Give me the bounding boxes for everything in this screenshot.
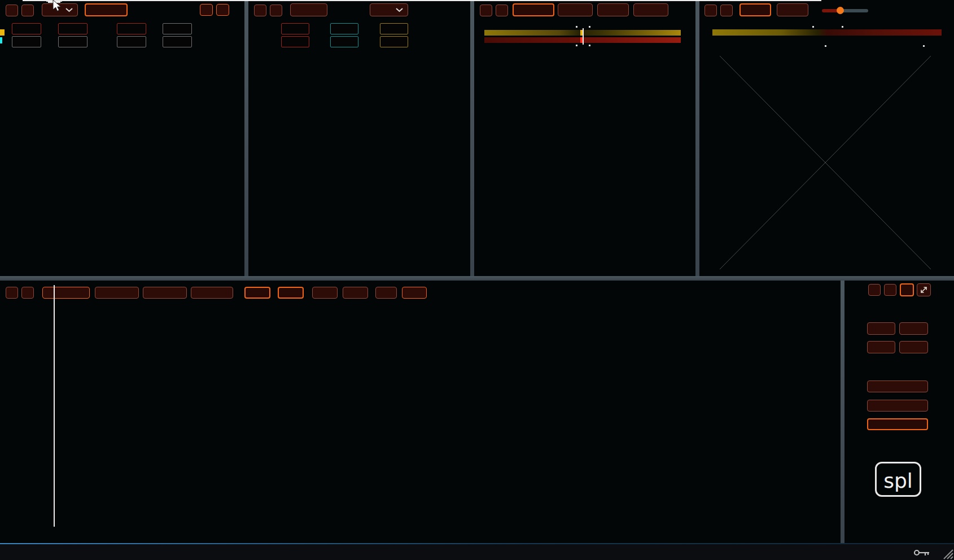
dc-dot (589, 45, 590, 46)
ml-lufs (330, 36, 358, 47)
pmr-lu (330, 23, 358, 34)
bits-freeze-button[interactable] (496, 5, 508, 16)
invert-tab[interactable] (633, 3, 668, 16)
pattern-tab[interactable] (513, 3, 554, 16)
solo-mid-button[interactable] (867, 341, 895, 353)
chevron-down-icon (65, 8, 73, 12)
levels-reset-button[interactable] (6, 5, 18, 16)
key-icon[interactable] (913, 549, 930, 557)
dc-center-line (583, 28, 584, 45)
side-reset-button[interactable] (868, 284, 881, 296)
resize-grip[interactable] (940, 544, 954, 560)
balance-marker (0, 29, 5, 36)
gonio-reset-button[interactable] (704, 5, 717, 16)
correlation-bar (712, 37, 942, 43)
dbtp-r (58, 36, 87, 47)
side-l-button[interactable] (900, 283, 914, 296)
plugin-alliance-icon[interactable] (23, 546, 54, 557)
transpose-button[interactable] (867, 400, 928, 412)
chevron-down-icon (396, 8, 403, 12)
dbtp-side (163, 36, 192, 47)
corr-dot (923, 45, 925, 47)
depth-tab[interactable] (597, 3, 629, 16)
isp-hold-r (58, 23, 87, 34)
hawkeye-window: spl (0, 0, 954, 560)
solo-left-button[interactable] (867, 322, 895, 335)
dc-dot (589, 26, 590, 28)
diagonal-arrows-icon (920, 286, 928, 294)
levels-right-button[interactable] (216, 4, 229, 16)
divider (0, 276, 954, 281)
collapse-view-button[interactable] (917, 283, 931, 296)
solo-side-button[interactable] (899, 341, 928, 353)
balance-dot (812, 26, 814, 28)
distrib-tab[interactable] (558, 3, 593, 16)
levels-freeze-button[interactable] (21, 5, 34, 16)
gonio-log-tab[interactable] (777, 3, 808, 16)
levels-rms-mode-button[interactable] (85, 3, 128, 16)
corr-dot (825, 45, 826, 47)
spectrum-plot[interactable] (23, 285, 821, 528)
balance-dot (842, 26, 843, 28)
divider (244, 0, 248, 276)
il-lufs (281, 36, 309, 47)
dc-dot (576, 45, 577, 46)
monitor-button[interactable] (867, 418, 928, 430)
isp-hold-l (12, 23, 41, 34)
dbtp-mid (117, 36, 146, 47)
hold-time-slider[interactable] (822, 9, 868, 12)
bit-raster (477, 84, 697, 180)
crosshair-vline (54, 285, 55, 527)
crosshair-hline (23, 0, 821, 1)
correlation-marker (0, 37, 2, 43)
level-histogram (186, 51, 248, 265)
side-freeze-button[interactable] (884, 284, 896, 296)
status-bar-accent (0, 543, 954, 544)
loudness-freeze-button[interactable] (270, 5, 282, 16)
gonio-lin-tab[interactable] (739, 3, 771, 16)
loudness-reset-button[interactable] (254, 5, 266, 16)
timeline-button[interactable] (290, 3, 327, 16)
plr-lu (281, 23, 309, 34)
divider (841, 281, 844, 543)
goniometer-scatter (813, 124, 837, 201)
hold-time-slider-thumb[interactable] (837, 7, 844, 14)
status-bar (0, 543, 954, 560)
balance-bar (712, 29, 942, 36)
svg-text:spl: spl (883, 469, 913, 492)
levels-left-button[interactable] (200, 4, 213, 16)
dbtp-hold-value (163, 23, 192, 34)
mouse-cursor (53, 0, 62, 12)
divider (470, 0, 474, 276)
isp-hold-mid (117, 23, 146, 34)
bits-reset-button[interactable] (480, 5, 492, 16)
fft-reset-button[interactable] (6, 287, 18, 299)
dbtp-l (12, 36, 41, 47)
lu-target-dropdown[interactable] (370, 3, 408, 16)
divider (695, 0, 699, 276)
sl-lufs (380, 36, 408, 47)
lra-histogram (418, 62, 469, 262)
solo-right-button[interactable] (899, 322, 928, 335)
psr-lu (380, 23, 408, 34)
spl-logo-text: spl (877, 463, 920, 495)
gonio-freeze-button[interactable] (720, 5, 733, 16)
dc-dot (576, 26, 577, 28)
bandpass-button[interactable] (867, 380, 928, 392)
spl-logo: spl (875, 462, 921, 497)
